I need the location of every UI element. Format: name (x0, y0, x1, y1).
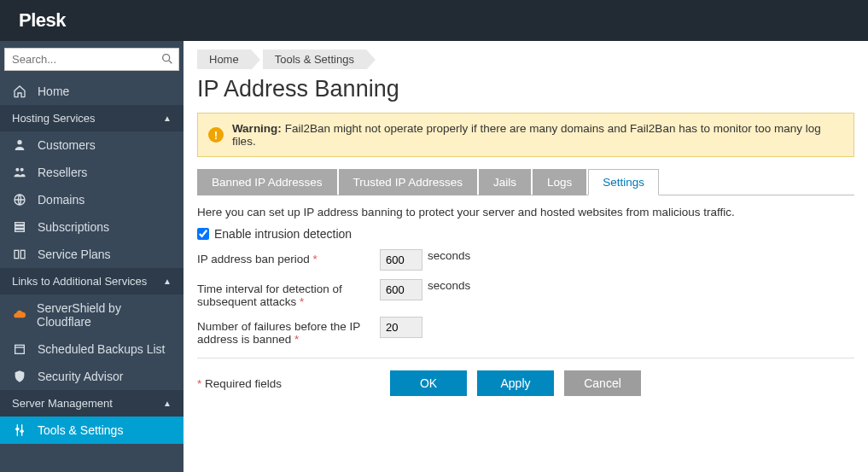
tab-logs[interactable]: Logs (533, 169, 586, 195)
time-interval-label: Time interval for detection of subsequen… (197, 283, 342, 308)
breadcrumb-item[interactable]: Tools & Settings (263, 50, 366, 69)
sidebar-item-domains[interactable]: Domains (0, 186, 184, 213)
chevron-up-icon: ▲ (163, 277, 172, 286)
sidebar-item-label: Subscriptions (38, 220, 109, 234)
tab-settings[interactable]: Settings (588, 169, 659, 195)
required-marker: * (294, 333, 299, 346)
app-header: Plesk (0, 0, 868, 41)
time-interval-input[interactable] (380, 279, 422, 300)
breadcrumb: Home Tools & Settings (184, 50, 868, 76)
sidebar-item-resellers[interactable]: Resellers (0, 159, 184, 186)
sidebar-section-hosting[interactable]: Hosting Services ▲ (0, 105, 184, 131)
section-label: Hosting Services (12, 112, 96, 125)
time-interval-suffix: seconds (428, 279, 470, 292)
svg-point-0 (163, 55, 170, 61)
sidebar-item-label: Tools & Settings (38, 423, 123, 437)
sidebar-item-label: Security Advisor (38, 370, 123, 383)
required-marker: * (313, 253, 317, 265)
cloud-icon (12, 308, 26, 322)
tools-icon (12, 423, 27, 437)
sidebar-item-label: Resellers (38, 166, 87, 179)
tab-banned-ips[interactable]: Banned IP Addresses (197, 169, 337, 195)
sidebar-section-links[interactable]: Links to Additional Services ▲ (0, 268, 184, 294)
warning-label: Warning: (232, 122, 282, 135)
enable-intrusion-checkbox[interactable] (197, 228, 209, 240)
apply-button[interactable]: Apply (477, 370, 554, 396)
page-title: IP Address Banning (184, 76, 868, 113)
svg-rect-9 (15, 250, 19, 258)
users-icon (12, 166, 27, 179)
sidebar-item-label: Domains (38, 193, 84, 207)
ban-period-suffix: seconds (428, 249, 470, 262)
search-box (4, 48, 179, 71)
section-label: Server Management (12, 397, 113, 410)
description-text: Here you can set up IP address banning t… (197, 206, 854, 219)
user-icon (12, 138, 27, 152)
svg-line-1 (169, 61, 172, 63)
svg-rect-10 (20, 250, 25, 258)
search-input[interactable] (4, 48, 179, 71)
sidebar-item-service-plans[interactable]: Service Plans (0, 241, 184, 268)
sidebar-section-server[interactable]: Server Management ▲ (0, 390, 184, 417)
sidebar-item-home[interactable]: Home (0, 78, 184, 105)
warning-text: Fail2Ban might not operate properly if t… (232, 122, 821, 148)
sidebar-item-label: ServerShield by Cloudflare (37, 301, 172, 329)
svg-rect-7 (15, 226, 25, 229)
svg-point-3 (15, 168, 19, 172)
list-icon (12, 220, 27, 234)
sidebar-item-tools-settings[interactable]: Tools & Settings (0, 417, 184, 444)
required-marker: * (197, 377, 201, 390)
search-icon[interactable] (160, 52, 174, 68)
chevron-up-icon: ▲ (163, 399, 172, 408)
calendar-icon (12, 342, 27, 356)
shield-icon (12, 370, 27, 383)
svg-rect-6 (15, 223, 25, 225)
warning-banner: ! Warning: Fail2Ban might not operate pr… (197, 113, 854, 157)
failures-input[interactable] (380, 317, 422, 338)
sidebar-item-backups[interactable]: Scheduled Backups List (0, 335, 184, 363)
sidebar-item-security-advisor[interactable]: Security Advisor (0, 363, 184, 390)
svg-point-4 (20, 168, 24, 172)
tab-bar: Banned IP Addresses Trusted IP Addresses… (197, 169, 854, 195)
home-icon (12, 84, 27, 98)
brand-logo: Plesk (19, 9, 66, 32)
breadcrumb-item[interactable]: Home (197, 50, 251, 69)
sidebar-item-label: Customers (38, 138, 96, 152)
warning-icon: ! (208, 127, 224, 143)
section-label: Links to Additional Services (12, 275, 147, 288)
ok-button[interactable]: OK (390, 370, 467, 396)
tab-jails[interactable]: Jails (479, 169, 531, 195)
sidebar-item-subscriptions[interactable]: Subscriptions (0, 213, 184, 241)
sidebar-item-servershield[interactable]: ServerShield by Cloudflare (0, 294, 184, 335)
tab-trusted-ips[interactable]: Trusted IP Addresses (339, 169, 477, 195)
svg-rect-11 (15, 345, 25, 353)
ban-period-input[interactable] (380, 249, 422, 271)
ban-period-label: IP address ban period (197, 253, 310, 265)
sidebar-item-customers[interactable]: Customers (0, 131, 184, 159)
sidebar-item-label: Service Plans (38, 248, 111, 261)
divider (197, 358, 854, 358)
globe-icon (12, 193, 27, 207)
sidebar-item-label: Scheduled Backups List (38, 342, 165, 356)
cancel-button[interactable]: Cancel (564, 370, 641, 396)
svg-point-2 (17, 140, 21, 144)
failures-label: Number of failures before the IP address… (197, 320, 360, 346)
main-content: Home Tools & Settings IP Address Banning… (184, 41, 868, 472)
chevron-up-icon: ▲ (163, 114, 172, 123)
required-marker: * (300, 295, 304, 308)
required-note: Required fields (205, 377, 282, 390)
sidebar-item-label: Home (38, 84, 69, 98)
sidebar: Home Hosting Services ▲ Customers Resell… (0, 41, 184, 472)
svg-rect-8 (15, 230, 25, 232)
enable-intrusion-label: Enable intrusion detection (214, 227, 352, 241)
plans-icon (12, 248, 27, 261)
